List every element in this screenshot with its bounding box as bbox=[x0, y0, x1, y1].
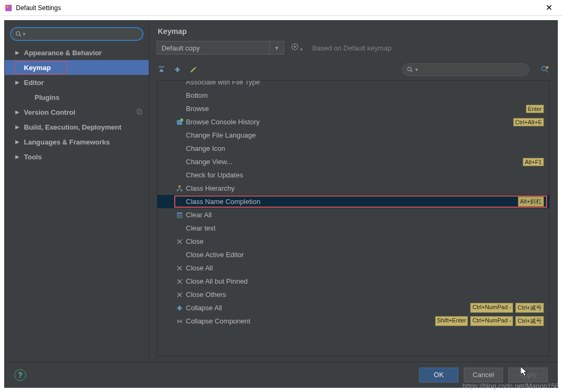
sidebar-item-version-control[interactable]: ▶Version Control bbox=[5, 105, 149, 120]
collapse-icon bbox=[175, 304, 184, 312]
svg-marker-49 bbox=[178, 305, 181, 308]
action-row[interactable]: Change View...Alt+F1 bbox=[157, 155, 549, 168]
action-row[interactable]: Clear text bbox=[157, 221, 549, 235]
action-label: Bottom bbox=[186, 91, 208, 99]
action-row[interactable]: Close bbox=[157, 235, 549, 248]
sidebar-item-tools[interactable]: ▶Tools bbox=[5, 149, 149, 164]
action-row[interactable]: Collapse AllCtrl+NumPad -Ctrl+减号 bbox=[157, 301, 549, 314]
action-row[interactable]: Close Others bbox=[157, 288, 549, 301]
shortcut-group: Ctrl+Alt+E bbox=[513, 118, 544, 126]
action-label: Clear text bbox=[186, 224, 216, 232]
content-panel: Keymap Default copy ▼ ▾ Based on Default… bbox=[149, 21, 557, 362]
action-search-input[interactable] bbox=[420, 66, 525, 73]
keymap-select-value: Default copy bbox=[161, 44, 200, 52]
tree-arrow-icon: ▶ bbox=[15, 139, 21, 144]
trash-icon bbox=[175, 211, 184, 219]
blank-icon bbox=[175, 251, 184, 259]
sidebar: ▾ ▶Appearance & BehaviorKeymap▶EditorPlu… bbox=[5, 21, 149, 362]
action-label: Change View... bbox=[186, 158, 232, 166]
settings-frame: ▾ ▶Appearance & BehaviorKeymap▶EditorPlu… bbox=[4, 20, 558, 388]
shortcut-badge: Alt+F1 bbox=[523, 158, 544, 166]
blank-icon bbox=[175, 158, 184, 166]
settings-search-input[interactable] bbox=[28, 30, 138, 38]
main-area: ▾ ▶Appearance & BehaviorKeymap▶EditorPlu… bbox=[5, 21, 557, 362]
sidebar-item-label: Build, Execution, Deployment bbox=[24, 123, 121, 131]
x-icon bbox=[175, 291, 184, 299]
action-row[interactable]: BrowseEnter bbox=[157, 102, 549, 115]
find-by-shortcut-button[interactable] bbox=[540, 65, 550, 74]
sidebar-item-editor[interactable]: ▶Editor bbox=[5, 75, 149, 90]
edit-button[interactable] bbox=[189, 65, 198, 74]
action-label: Class Name Completion bbox=[186, 198, 260, 206]
action-row[interactable]: Close All but Pinned bbox=[157, 275, 549, 288]
collapse-all-button[interactable] bbox=[173, 65, 182, 74]
action-label: Change Icon bbox=[186, 144, 225, 152]
action-row[interactable]: Change File Language bbox=[157, 129, 549, 142]
sidebar-item-languages-frameworks[interactable]: ▶Languages & Frameworks bbox=[5, 134, 149, 149]
blank-icon bbox=[175, 81, 184, 87]
expand-all-button[interactable] bbox=[157, 65, 166, 74]
action-row[interactable]: Close Active Editor bbox=[157, 248, 549, 261]
action-search[interactable]: ▾ bbox=[402, 63, 530, 76]
svg-line-12 bbox=[296, 48, 297, 49]
action-row[interactable]: Check for Updates bbox=[157, 168, 549, 182]
svg-line-14 bbox=[296, 44, 297, 45]
svg-marker-20 bbox=[191, 67, 195, 72]
copy-icon bbox=[136, 108, 142, 116]
svg-rect-1 bbox=[6, 6, 8, 8]
sidebar-item-build-execution-deployment[interactable]: ▶Build, Execution, Deployment bbox=[5, 120, 149, 134]
settings-search[interactable]: ▾ bbox=[10, 27, 143, 41]
action-row[interactable]: Change Icon bbox=[157, 142, 549, 155]
cancel-button[interactable]: Cancel bbox=[464, 368, 503, 382]
keymap-select[interactable]: Default copy ▼ bbox=[157, 41, 284, 55]
apply-button[interactable]: Apply bbox=[508, 368, 548, 382]
svg-point-6 bbox=[294, 46, 296, 48]
window-title: Default Settings bbox=[16, 4, 61, 12]
action-label: Collapse Component bbox=[186, 317, 250, 325]
svg-point-24 bbox=[542, 66, 546, 71]
action-label: Collapse All bbox=[186, 304, 222, 312]
svg-line-23 bbox=[411, 71, 413, 72]
action-label: Change File Language bbox=[186, 131, 256, 139]
svg-line-33 bbox=[178, 189, 180, 190]
action-list-scroll[interactable]: Associate with File TypeBottomBrowseEnte… bbox=[157, 81, 549, 356]
tree-arrow-icon: ▶ bbox=[15, 50, 21, 55]
blank-icon bbox=[175, 131, 184, 140]
tree-arrow-icon: ▶ bbox=[15, 109, 21, 115]
footer: ? OK Cancel Apply bbox=[5, 362, 557, 387]
shortcut-group: Enter bbox=[526, 105, 544, 113]
action-row[interactable]: Close All bbox=[157, 261, 549, 275]
svg-marker-18 bbox=[176, 67, 179, 69]
action-row[interactable]: Bottom bbox=[157, 89, 549, 102]
keymap-gear-button[interactable]: ▾ bbox=[288, 42, 305, 53]
action-row[interactable]: Class Hierarchy bbox=[157, 182, 549, 195]
action-row[interactable]: Browse Console HistoryCtrl+Alt+E bbox=[157, 115, 549, 129]
svg-line-34 bbox=[180, 189, 182, 190]
svg-rect-4 bbox=[137, 109, 141, 113]
action-row[interactable]: Clear All bbox=[157, 208, 549, 221]
action-row[interactable]: Collapse ComponentShift+EnterCtrl+NumPad… bbox=[157, 314, 549, 328]
action-label: Close All bbox=[186, 264, 213, 272]
action-row[interactable]: Class Name CompletionAlt+斜杠 bbox=[157, 195, 549, 208]
sidebar-item-appearance-behavior[interactable]: ▶Appearance & Behavior bbox=[5, 45, 149, 60]
svg-rect-30 bbox=[177, 190, 178, 191]
tree-arrow-icon: ▶ bbox=[15, 124, 21, 130]
sidebar-item-keymap[interactable]: Keymap bbox=[5, 60, 149, 75]
shortcut-group: Alt+斜杠 bbox=[518, 197, 544, 207]
ok-button[interactable]: OK bbox=[419, 368, 458, 382]
settings-tree[interactable]: ▶Appearance & BehaviorKeymap▶EditorPlugi… bbox=[5, 45, 149, 362]
action-list: Associate with File TypeBottomBrowseEnte… bbox=[157, 80, 550, 356]
svg-line-13 bbox=[292, 48, 293, 49]
svg-rect-5 bbox=[138, 110, 142, 114]
action-label: Associate with File Type bbox=[186, 81, 260, 86]
window-close-button[interactable]: ✕ bbox=[540, 1, 558, 15]
blank-icon bbox=[175, 171, 184, 180]
sidebar-item-label: Languages & Frameworks bbox=[24, 138, 110, 146]
svg-marker-52 bbox=[180, 319, 182, 323]
help-button[interactable]: ? bbox=[14, 369, 26, 381]
titlebar: Default Settings ✕ bbox=[0, 0, 562, 16]
action-label: Browse bbox=[186, 105, 209, 113]
app-icon bbox=[4, 4, 13, 12]
sidebar-item-plugins[interactable]: Plugins bbox=[5, 90, 149, 105]
action-row[interactable]: Associate with File Type bbox=[157, 81, 549, 89]
